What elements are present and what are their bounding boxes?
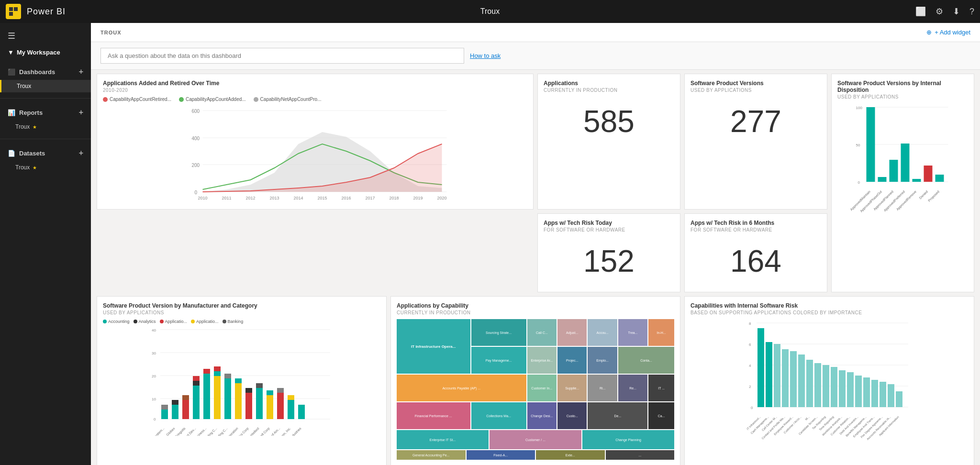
svg-rect-72 bbox=[235, 378, 242, 383]
sidebar-dataset-label: Troux bbox=[15, 164, 30, 171]
svg-rect-109 bbox=[766, 342, 772, 407]
treemap-customer-row2: Customer / ... bbox=[490, 430, 581, 449]
svg-text:2018: 2018 bbox=[389, 196, 399, 200]
svg-rect-58 bbox=[172, 400, 178, 405]
help-icon[interactable]: ? bbox=[969, 7, 974, 17]
svg-text:Gringotts: Gringotts bbox=[174, 426, 187, 436]
legend-accounting: Accounting bbox=[103, 319, 130, 324]
dot-analytics bbox=[134, 320, 137, 323]
svg-rect-69 bbox=[224, 378, 231, 419]
svg-text:100: 100 bbox=[856, 106, 863, 110]
sidebar-item-label: Troux bbox=[17, 83, 31, 89]
dot-application1 bbox=[160, 320, 164, 323]
svg-rect-115 bbox=[814, 363, 821, 407]
workspace-label: My Workspace bbox=[17, 49, 60, 56]
label-application2: Applicatio... bbox=[196, 319, 219, 324]
svg-text:0: 0 bbox=[154, 417, 156, 421]
treemap-misc: ... bbox=[606, 450, 675, 460]
tech-risk-6mo-value: 164 bbox=[690, 236, 821, 286]
capabilities-risk-card: Capabilities with Internal Software Risk… bbox=[684, 296, 974, 465]
reports-icon: 📊 bbox=[8, 109, 15, 116]
svg-text:2016: 2016 bbox=[341, 196, 351, 200]
svg-rect-78 bbox=[267, 390, 273, 395]
svg-rect-114 bbox=[806, 360, 813, 407]
dashboards-add-icon[interactable]: + bbox=[79, 67, 83, 76]
dashboards-icon: ⬛ bbox=[8, 68, 15, 76]
treemap-call-c: Call C... bbox=[527, 319, 557, 346]
treemap-exte: Exte... bbox=[536, 450, 605, 460]
sidebar-item-troux-report[interactable]: Troux ★ bbox=[0, 121, 91, 133]
svg-text:6: 6 bbox=[749, 343, 751, 347]
tech-risk-today-subtitle: FOR SOFTWARE OR HARDWARE bbox=[544, 227, 674, 232]
reports-header[interactable]: 📊 Reports + bbox=[0, 104, 91, 121]
treemap-gen-acc-row3: General Accounting Pe... bbox=[397, 450, 466, 460]
reports-add-icon[interactable]: + bbox=[79, 108, 83, 117]
sidebar-item-troux-dashboard[interactable]: Troux bbox=[0, 80, 91, 92]
legend-dot-added bbox=[179, 97, 184, 102]
label-banking: Banking bbox=[228, 319, 244, 324]
applications-card: Applications CURRENTLY IN PRODUCTION 585 bbox=[537, 74, 680, 210]
fullscreen-icon[interactable]: ⬜ bbox=[915, 6, 926, 17]
datasets-header[interactable]: 📄 Datasets + bbox=[0, 145, 91, 161]
svg-text:ApprovedMaintain: ApprovedMaintain bbox=[849, 190, 871, 212]
add-widget-button[interactable]: ⊕ + Add widget bbox=[926, 29, 970, 36]
legend-label-added: CapabilityAppCountAdded... bbox=[186, 97, 246, 102]
applications-title: Applications bbox=[544, 80, 674, 87]
label-analytics: Analytics bbox=[139, 319, 156, 324]
label-application1: Applicatio... bbox=[165, 319, 188, 324]
topbar-actions: ⬜ ⚙ ⬇ ? bbox=[915, 6, 974, 17]
svg-text:2011: 2011 bbox=[222, 196, 231, 200]
svg-rect-2 bbox=[9, 12, 13, 16]
software-versions-subtitle: USED BY APPLICATIONS bbox=[690, 88, 821, 93]
tech-risk-today-value: 152 bbox=[544, 236, 674, 286]
legend-label-net: CapabilityNetAppCountPro... bbox=[260, 97, 322, 102]
svg-text:Proposed: Proposed bbox=[927, 190, 940, 203]
tech-risk-6mo-subtitle: FOR SOFTWARE OR HARDWARE bbox=[690, 227, 821, 232]
applications-subtitle: CURRENTLY IN PRODUCTION bbox=[544, 88, 674, 93]
settings-icon[interactable]: ⚙ bbox=[935, 6, 943, 17]
add-widget-label: + Add widget bbox=[935, 29, 970, 36]
svg-rect-31 bbox=[867, 107, 875, 182]
svg-rect-79 bbox=[277, 393, 284, 419]
svg-rect-118 bbox=[839, 370, 846, 407]
sidebar-item-troux-dataset[interactable]: Troux ★ bbox=[0, 161, 91, 174]
svg-text:Denied: Denied bbox=[919, 190, 929, 200]
svg-rect-83 bbox=[298, 405, 305, 419]
app-name: Power BI bbox=[27, 7, 910, 17]
treemap-sourcing: Sourcing Strate... bbox=[471, 319, 526, 346]
download-icon[interactable]: ⬇ bbox=[953, 6, 960, 17]
treemap-emplo: Emplo... bbox=[588, 347, 617, 374]
treemap-pay: Pay Manageme... bbox=[471, 347, 526, 374]
hamburger-icon[interactable]: ☰ bbox=[0, 27, 91, 45]
treemap-accounts-payable: Accounts Payable (AP) ... bbox=[397, 375, 526, 401]
svg-rect-36 bbox=[924, 166, 933, 182]
treemap-projec: Projec... bbox=[557, 347, 587, 374]
svg-text:0: 0 bbox=[195, 190, 198, 195]
how-to-ask-link[interactable]: How to ask bbox=[470, 52, 501, 59]
apps-capability-subtitle: CURRENTLY IN PRODUCTION bbox=[397, 310, 674, 315]
app-logo bbox=[6, 4, 21, 19]
svg-text:2020: 2020 bbox=[437, 196, 446, 200]
svg-text:ApprovedPreferred: ApprovedPreferred bbox=[883, 190, 906, 213]
software-versions-title: Software Product Versions bbox=[690, 80, 821, 87]
legend-item-added: CapabilityAppCountAdded... bbox=[179, 97, 246, 102]
legend-dot-net bbox=[254, 97, 258, 102]
treemap-it: IT ... bbox=[648, 375, 674, 401]
apps-over-time-card: Applications Added and Retired Over Time… bbox=[97, 74, 534, 210]
qa-bar: How to ask bbox=[91, 42, 980, 70]
svg-rect-75 bbox=[256, 388, 263, 419]
qa-input[interactable] bbox=[100, 48, 464, 64]
add-icon: ⊕ bbox=[926, 29, 932, 36]
workspace-toggle[interactable]: ▼ My Workspace bbox=[0, 45, 91, 60]
star-icon: ★ bbox=[33, 124, 37, 130]
dot-application2 bbox=[191, 320, 195, 323]
legend-application1: Applicatio... bbox=[160, 319, 188, 324]
svg-rect-56 bbox=[161, 405, 168, 410]
dashboards-header[interactable]: ⬛ Dashboards + bbox=[0, 64, 91, 80]
svg-rect-59 bbox=[182, 400, 189, 419]
svg-text:2015: 2015 bbox=[317, 196, 327, 200]
treemap-collections: Collections Ma... bbox=[471, 402, 526, 429]
svg-rect-74 bbox=[245, 388, 252, 393]
svg-text:4: 4 bbox=[749, 364, 751, 368]
datasets-add-icon[interactable]: + bbox=[79, 149, 83, 157]
